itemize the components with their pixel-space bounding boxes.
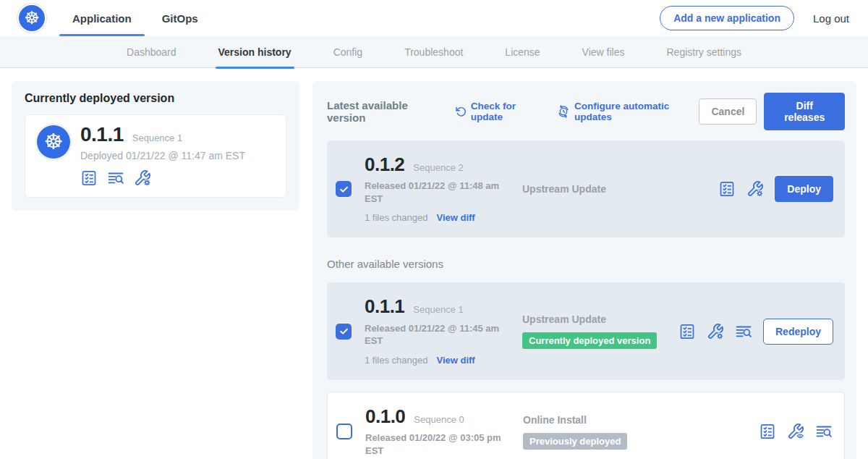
refresh-icon xyxy=(454,106,467,118)
subnav-item-dashboard[interactable]: Dashboard xyxy=(127,36,176,68)
subnav-item-registry-settings[interactable]: Registry settings xyxy=(667,36,741,68)
released-timestamp: Released 01/21/22 @ 11:48 am EST xyxy=(365,180,518,205)
released-timestamp: Released 01/20/22 @ 03:05 pm EST xyxy=(365,431,519,457)
files-changed-label: 1 files changed xyxy=(365,355,427,366)
release-notes-icon[interactable] xyxy=(678,323,696,340)
release-notes-icon[interactable] xyxy=(718,180,736,198)
current-version-sequence: Sequence 1 xyxy=(132,132,182,143)
config-edit-icon[interactable] xyxy=(707,323,724,340)
topnav-tabs: Application GitOps xyxy=(69,0,226,36)
currently-deployed-title: Currently deployed version xyxy=(25,92,286,105)
version-number: 0.1.2 xyxy=(365,155,404,174)
released-timestamp: Released 01/21/22 @ 11:45 am EST xyxy=(365,322,518,348)
files-changed-label: 1 files changed xyxy=(365,212,427,223)
diff-releases-button[interactable]: Diff releases xyxy=(764,93,845,130)
latest-available-header: Latest available version Check for updat… xyxy=(327,93,845,130)
file-diff-icon[interactable] xyxy=(735,323,752,340)
current-version-number: 0.1.1 xyxy=(80,124,124,146)
cancel-button[interactable]: Cancel xyxy=(699,98,757,125)
redeploy-button[interactable]: Redeploy xyxy=(763,319,833,345)
kubernetes-helm-icon: ☸ xyxy=(24,9,40,27)
kubernetes-helm-icon: ☸ xyxy=(44,131,64,153)
version-source-label: Online Install xyxy=(523,414,759,426)
release-notes-icon[interactable] xyxy=(80,169,98,187)
version-source-label: Upstream Update xyxy=(522,183,718,195)
config-view-icon[interactable] xyxy=(787,423,804,440)
app-logo[interactable]: ☸ xyxy=(19,5,45,31)
currently-deployed-badge: Currently deployed version xyxy=(522,332,657,349)
view-diff-link[interactable]: View diff xyxy=(436,355,475,366)
current-deployed-timestamp: Deployed 01/21/22 @ 11:47 am EST xyxy=(80,150,245,161)
subnav-item-license[interactable]: License xyxy=(505,36,540,68)
app-icon: ☸ xyxy=(37,125,70,159)
file-diff-icon[interactable] xyxy=(107,169,124,187)
config-edit-icon[interactable] xyxy=(746,180,764,198)
version-sequence: Sequence 1 xyxy=(413,304,463,315)
version-row-0-1-0: 0.1.0 Sequence 0 Released 01/20/22 @ 03:… xyxy=(327,392,845,459)
previously-deployed-badge: Previously deployed xyxy=(523,433,627,450)
latest-available-title: Latest available version xyxy=(327,99,441,124)
file-diff-icon[interactable] xyxy=(815,423,833,440)
view-diff-link[interactable]: View diff xyxy=(436,212,475,223)
topnav-right: Add a new application Log out xyxy=(660,6,849,30)
add-application-button[interactable]: Add a new application xyxy=(660,6,794,30)
version-sequence: Sequence 2 xyxy=(413,162,463,173)
currently-deployed-panel: Currently deployed version ☸ 0.1.1 Seque… xyxy=(12,81,299,211)
configure-automatic-updates-link[interactable]: Configure automatic updates xyxy=(557,101,699,122)
tab-application[interactable]: Application xyxy=(69,0,135,36)
subnav-item-config[interactable]: Config xyxy=(333,36,362,68)
top-nav: ☸ Application GitOps Add a new applicati… xyxy=(0,0,868,36)
tab-gitops[interactable]: GitOps xyxy=(159,0,201,36)
auto-update-clock-icon xyxy=(557,105,570,118)
version-row-0-1-1: 0.1.1 Sequence 1 Released 01/21/22 @ 11:… xyxy=(327,282,845,379)
version-history-panel: Latest available version Check for updat… xyxy=(312,81,856,459)
currently-deployed-card: ☸ 0.1.1 Sequence 1 Deployed 01/21/22 @ 1… xyxy=(25,114,286,198)
version-source-label: Upstream Update xyxy=(522,313,678,325)
app-subnav: Dashboard Version history Config Trouble… xyxy=(0,36,868,68)
version-checkbox[interactable] xyxy=(336,424,352,439)
config-edit-icon[interactable] xyxy=(134,169,151,187)
check-for-update-link[interactable]: Check for update xyxy=(454,101,544,122)
version-checkbox[interactable] xyxy=(336,181,352,197)
version-sequence: Sequence 0 xyxy=(414,414,464,425)
version-checkbox[interactable] xyxy=(336,324,352,340)
deploy-button[interactable]: Deploy xyxy=(775,176,833,202)
version-number: 0.1.0 xyxy=(365,407,405,426)
main-content: Currently deployed version ☸ 0.1.1 Seque… xyxy=(0,68,868,459)
subnav-item-version-history[interactable]: Version history xyxy=(218,36,292,68)
version-number: 0.1.1 xyxy=(365,297,404,316)
subnav-item-troubleshoot[interactable]: Troubleshoot xyxy=(404,36,463,68)
version-row-0-1-2: 0.1.2 Sequence 2 Released 01/21/22 @ 11:… xyxy=(327,140,845,237)
subnav-item-view-files[interactable]: View files xyxy=(582,36,625,68)
logout-link[interactable]: Log out xyxy=(813,12,849,25)
other-available-versions-title: Other available versions xyxy=(327,258,845,270)
release-notes-icon[interactable] xyxy=(759,423,776,440)
